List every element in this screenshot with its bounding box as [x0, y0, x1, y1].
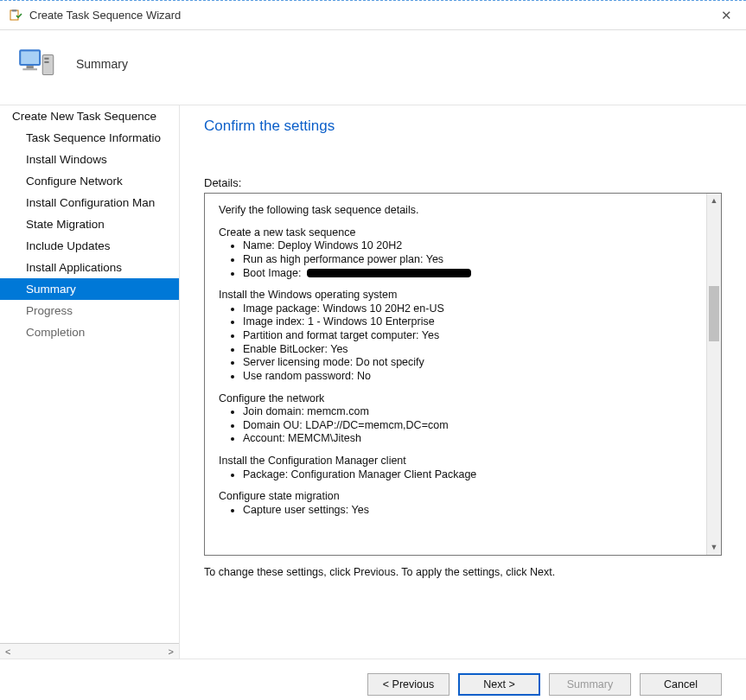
scroll-left-icon[interactable]: < — [5, 646, 10, 657]
details-item: Use random password: No — [243, 370, 692, 384]
nav-step[interactable]: Task Sequence Informatio — [0, 127, 179, 149]
window-title: Create Task Sequence Wizard — [29, 9, 716, 22]
titlebar: Create Task Sequence Wizard ✕ — [0, 1, 746, 30]
svg-rect-8 — [44, 61, 48, 63]
nav-step[interactable]: State Migration — [0, 213, 179, 235]
details-item: Image package: Windows 10 20H2 en-US — [243, 302, 692, 316]
svg-rect-0 — [10, 10, 18, 20]
header: Summary — [0, 30, 746, 105]
nav-step[interactable]: Summary — [0, 278, 179, 300]
nav-step[interactable]: Configure Network — [0, 170, 179, 192]
details-item: Image index: 1 - Windows 10 Enterprise — [243, 315, 692, 329]
details-item: Domain OU: LDAP://DC=memcm,DC=com — [243, 419, 692, 433]
close-icon[interactable]: ✕ — [716, 8, 737, 23]
details-text: Verify the following task sequence detai… — [205, 194, 706, 555]
summary-button: Summary — [549, 673, 631, 696]
details-item: Boot Image: — [243, 267, 692, 281]
details-group-title: Create a new task sequence — [219, 226, 692, 240]
details-item: Join domain: memcm.com — [243, 405, 692, 419]
svg-rect-3 — [21, 51, 39, 64]
details-item: Run as high performance power plan: Yes — [243, 253, 692, 267]
settings-hint: To change these settings, click Previous… — [204, 566, 722, 578]
nav-step[interactable]: Install Applications — [0, 257, 179, 278]
details-label: Details: — [204, 176, 722, 189]
details-item: Partition and format target computer: Ye… — [243, 329, 692, 343]
previous-button[interactable]: < Previous — [367, 673, 450, 696]
details-group-title: Install the Windows operating system — [219, 289, 692, 302]
svg-rect-7 — [44, 58, 48, 60]
details-group-title: Configure the network — [219, 392, 692, 406]
wizard-icon — [16, 42, 59, 86]
app-icon — [9, 9, 22, 22]
details-group-list: Capture user settings: Yes — [243, 504, 692, 518]
nav-step[interactable]: Include Updates — [0, 235, 179, 257]
details-group-title: Configure state migration — [219, 490, 692, 504]
nav-step[interactable]: Install Windows — [0, 149, 179, 170]
details-item: Account: MEMCM\Jitesh — [243, 432, 692, 446]
details-item: Name: Deploy Windows 10 20H2 — [243, 239, 692, 253]
details-scrollbar[interactable]: ▲ ▼ — [706, 194, 721, 555]
details-group-list: Join domain: memcm.comDomain OU: LDAP://… — [243, 405, 692, 446]
content-heading: Confirm the settings — [204, 118, 722, 135]
scroll-thumb[interactable] — [709, 286, 719, 341]
nav-root[interactable]: Create New Task Sequence — [0, 105, 179, 127]
details-group-list: Package: Configuration Manager Client Pa… — [243, 468, 692, 482]
content-pane: Confirm the settings Details: Verify the… — [180, 105, 746, 659]
details-intro: Verify the following task sequence detai… — [219, 204, 692, 218]
scroll-down-icon[interactable]: ▼ — [707, 540, 721, 555]
details-item: Server licensing mode: Do not specify — [243, 356, 692, 370]
svg-rect-4 — [27, 66, 34, 68]
next-button[interactable]: Next > — [458, 673, 540, 696]
cancel-button[interactable]: Cancel — [640, 673, 722, 696]
page-title: Summary — [76, 57, 128, 71]
details-item: Package: Configuration Manager Client Pa… — [243, 468, 692, 482]
details-item: Capture user settings: Yes — [243, 504, 692, 518]
nav-horizontal-scrollbar[interactable]: < > — [0, 643, 179, 659]
details-box: Verify the following task sequence detai… — [204, 193, 722, 556]
scroll-right-icon[interactable]: > — [169, 646, 174, 657]
footer: < Previous Next > Summary Cancel — [0, 659, 746, 700]
svg-rect-1 — [12, 10, 17, 12]
details-group-title: Install the Configuration Manager client — [219, 455, 692, 468]
nav-step[interactable]: Install Configuration Man — [0, 192, 179, 213]
details-group-list: Name: Deploy Windows 10 20H2Run as high … — [243, 239, 692, 280]
scroll-track[interactable] — [707, 208, 721, 540]
scroll-up-icon[interactable]: ▲ — [707, 194, 721, 208]
details-group-list: Image package: Windows 10 20H2 en-USImag… — [243, 302, 692, 384]
nav-step[interactable]: Progress — [0, 300, 179, 321]
details-item: Enable BitLocker: Yes — [243, 343, 692, 357]
nav-step[interactable]: Completion — [0, 321, 179, 343]
redacted-text — [307, 269, 471, 277]
svg-rect-5 — [22, 68, 37, 70]
wizard-nav: Create New Task SequenceTask Sequence In… — [0, 105, 180, 659]
